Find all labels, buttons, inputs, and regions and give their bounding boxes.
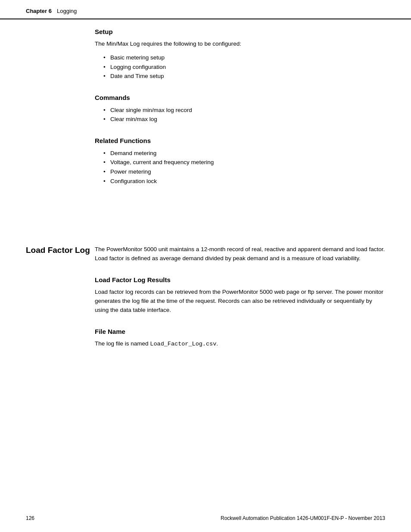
file-name-body: The log file is named Load_Factor_Log.cs… bbox=[95, 339, 385, 349]
header-chapter: Chapter 6 bbox=[26, 8, 52, 14]
list-item: Logging configuration bbox=[103, 62, 385, 72]
file-name-suffix: . bbox=[216, 340, 218, 347]
page: Chapter 6 Logging Setup The Min/Max Log … bbox=[0, 0, 411, 532]
list-item: Configuration lock bbox=[103, 177, 385, 186]
load-factor-log-sidebar: Load Factor Log bbox=[0, 245, 95, 353]
lfl-results-section: Load Factor Log Results Load factor log … bbox=[95, 276, 385, 315]
right-content: Setup The Min/Max Log requires the follo… bbox=[95, 19, 411, 190]
list-item: Date and Time setup bbox=[103, 72, 385, 81]
list-item: Clear single min/max log record bbox=[103, 106, 385, 115]
load-factor-log-content: The PowerMonitor 5000 unit maintains a 1… bbox=[95, 245, 411, 353]
load-factor-log-label: Load Factor Log bbox=[26, 245, 95, 256]
list-item: Voltage, current and frequency metering bbox=[103, 158, 385, 167]
publication-info: Rockwell Automation Publication 1426-UM0… bbox=[221, 515, 385, 521]
page-header: Chapter 6 Logging bbox=[0, 0, 411, 19]
file-name-code: Load_Factor_Log.csv bbox=[150, 341, 216, 347]
setup-bullets: Basic metering setup Logging configurati… bbox=[95, 53, 385, 81]
load-factor-log-intro: The PowerMonitor 5000 unit maintains a 1… bbox=[95, 245, 385, 263]
related-functions-bullets: Demand metering Voltage, current and fre… bbox=[95, 149, 385, 186]
setup-section: Setup The Min/Max Log requires the follo… bbox=[95, 28, 385, 81]
lfl-results-body: Load factor log records can be retrieved… bbox=[95, 288, 385, 315]
commands-bullets: Clear single min/max log record Clear mi… bbox=[95, 106, 385, 124]
file-name-prefix: The log file is named bbox=[95, 340, 150, 347]
content-area: Setup The Min/Max Log requires the follo… bbox=[0, 19, 411, 224]
page-footer: 126 Rockwell Automation Publication 1426… bbox=[0, 515, 411, 521]
related-functions-section: Related Functions Demand metering Voltag… bbox=[95, 137, 385, 186]
setup-intro: The Min/Max Log requires the following t… bbox=[95, 40, 385, 49]
commands-title: Commands bbox=[95, 94, 385, 101]
left-sidebar-empty bbox=[0, 19, 95, 190]
load-factor-log-section: Load Factor Log The PowerMonitor 5000 un… bbox=[0, 245, 411, 353]
list-item: Clear min/max log bbox=[103, 115, 385, 124]
setup-title: Setup bbox=[95, 28, 385, 35]
file-name-title: File Name bbox=[95, 328, 385, 335]
file-name-section: File Name The log file is named Load_Fac… bbox=[95, 328, 385, 349]
list-item: Demand metering bbox=[103, 149, 385, 158]
list-item: Basic metering setup bbox=[103, 53, 385, 62]
lfl-results-title: Load Factor Log Results bbox=[95, 276, 385, 283]
page-number: 126 bbox=[26, 515, 34, 521]
commands-section: Commands Clear single min/max log record… bbox=[95, 94, 385, 124]
related-functions-title: Related Functions bbox=[95, 137, 385, 144]
header-section: Logging bbox=[57, 8, 77, 14]
list-item: Power metering bbox=[103, 167, 385, 177]
